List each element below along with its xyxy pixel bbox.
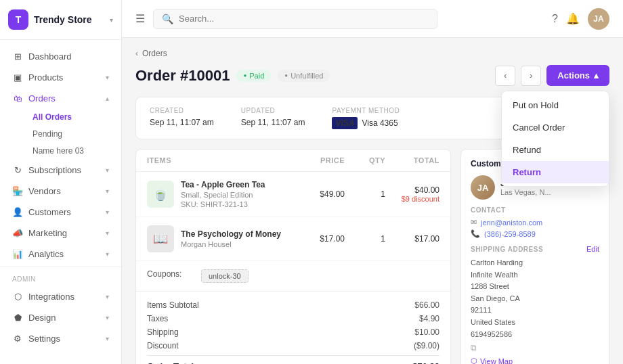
user-avatar[interactable]: JA bbox=[588, 8, 609, 30]
sidebar-item-dashboard[interactable]: ⊞ Dashboard bbox=[4, 46, 117, 66]
topbar: ☰ 🔍 ? 🔔 JA bbox=[122, 0, 623, 38]
sidebar-item-design[interactable]: ⬟ Design ▾ bbox=[4, 307, 117, 327]
shipping-edit-link[interactable]: Edit bbox=[586, 245, 599, 253]
item-discount: $9 discount bbox=[385, 195, 439, 203]
col-left: ITEMS PRICE QTY TOTAL 🍵 Tea - Apple Gree… bbox=[135, 149, 451, 364]
items-card: ITEMS PRICE QTY TOTAL 🍵 Tea - Apple Gree… bbox=[135, 149, 451, 364]
chevron-down-icon: ▾ bbox=[106, 74, 109, 81]
item-price: $49.00 bbox=[291, 189, 345, 199]
chevron-up-icon: ▴ bbox=[106, 95, 109, 102]
search-icon: 🔍 bbox=[162, 14, 173, 24]
created-label: CREATED bbox=[150, 107, 214, 114]
subtotal-value: $66.00 bbox=[414, 300, 439, 310]
actions-button[interactable]: Actions ▴ bbox=[546, 65, 609, 86]
item-total: $17.00 bbox=[385, 234, 439, 244]
item-price: $17.00 bbox=[291, 234, 345, 244]
subtotal-label: Items Subtotal bbox=[147, 300, 199, 310]
contact-email-row: ✉ jenn@aniston.com bbox=[471, 218, 599, 227]
paid-status-badge: Paid bbox=[236, 70, 271, 82]
copy-icon[interactable]: ⧉ bbox=[471, 343, 477, 352]
dropdown-item-put-on-hold[interactable]: Put on Hold bbox=[502, 94, 609, 116]
breadcrumb-orders-link[interactable]: Orders bbox=[142, 49, 167, 58]
store-chevron-icon: ▾ bbox=[110, 16, 113, 24]
sidebar-item-label: Settings bbox=[28, 334, 60, 344]
sidebar-item-marketing[interactable]: 📣 Marketing ▾ bbox=[4, 223, 117, 243]
topbar-right: ? 🔔 JA bbox=[552, 8, 609, 30]
sidebar-item-customers[interactable]: 👤 Customers ▾ bbox=[4, 202, 117, 222]
chevron-down-icon: ▾ bbox=[106, 250, 109, 258]
customers-icon: 👤 bbox=[12, 206, 23, 217]
col-header-price: PRICE bbox=[291, 156, 345, 164]
hamburger-icon[interactable]: ☰ bbox=[135, 12, 145, 25]
sidebar-item-vendors[interactable]: 🏪 Vendors ▾ bbox=[4, 181, 117, 201]
settings-icon: ⚙ bbox=[12, 333, 23, 344]
chevron-down-icon: ▾ bbox=[106, 314, 109, 321]
search-input[interactable] bbox=[179, 14, 429, 24]
avatar: JA bbox=[471, 175, 495, 200]
search-box[interactable]: 🔍 bbox=[153, 9, 437, 29]
item-author: Morgan Housel bbox=[181, 240, 281, 248]
view-map-link[interactable]: ⬡ View Map bbox=[471, 357, 599, 364]
shipping-address-text: Carlton Harding Infinite Wealth 1288 Str… bbox=[471, 257, 599, 340]
sidebar-item-label: Integrations bbox=[28, 292, 74, 302]
coupon-code: unlock-30 bbox=[201, 269, 249, 283]
address-zip: 92111 bbox=[471, 304, 599, 317]
sidebar-item-analytics[interactable]: 📊 Analytics ▾ bbox=[4, 244, 117, 264]
dropdown-item-return[interactable]: Return bbox=[502, 161, 609, 183]
next-order-button[interactable]: › bbox=[521, 66, 541, 86]
view-map-label: View Map bbox=[480, 357, 513, 364]
sidebar-item-integrations[interactable]: ⬡ Integrations ▾ bbox=[4, 286, 117, 306]
logo-avatar: T bbox=[8, 9, 28, 30]
sidebar-item-label: Analytics bbox=[28, 249, 64, 259]
actions-label: Actions bbox=[557, 70, 590, 81]
sidebar-item-orders[interactable]: 🛍 Orders ▴ bbox=[4, 88, 117, 108]
analytics-icon: 📊 bbox=[12, 248, 23, 259]
sidebar: T Trendy Store ▾ ⊞ Dashboard ▣ Products … bbox=[0, 0, 122, 364]
sidebar-item-products[interactable]: ▣ Products ▾ bbox=[4, 67, 117, 87]
sidebar-item-settings[interactable]: ⚙ Settings ▾ bbox=[4, 328, 117, 348]
item-details: The Psychology of Money Morgan Housel bbox=[181, 229, 281, 248]
page-title: Order #10001 bbox=[135, 67, 230, 85]
address-line1: Infinite Wealth bbox=[471, 269, 599, 281]
page-content: ‹ Orders Order #10001 Paid Unfulfilled ‹… bbox=[122, 38, 623, 364]
address-line2: 1288 Street bbox=[471, 281, 599, 293]
prev-order-button[interactable]: ‹ bbox=[495, 66, 515, 86]
total-row-discount: Discount ($9.00) bbox=[147, 339, 439, 352]
sidebar-item-subscriptions[interactable]: ↻ Subscriptions ▾ bbox=[4, 160, 117, 180]
subscriptions-icon: ↻ bbox=[12, 164, 23, 175]
total-row-shipping: Shipping $10.00 bbox=[147, 325, 439, 339]
sidebar-item-label: Dashboard bbox=[28, 51, 72, 62]
vendors-icon: 🏪 bbox=[12, 185, 23, 196]
chevron-down-icon: ▾ bbox=[106, 166, 109, 174]
page-title-area: Order #10001 Paid Unfulfilled bbox=[135, 67, 330, 85]
sidebar-logo[interactable]: T Trendy Store ▾ bbox=[0, 0, 121, 40]
updated-label: UPDATED bbox=[241, 107, 305, 114]
total-row-grand: Order Total $71.90 bbox=[147, 355, 439, 364]
dropdown-item-refund[interactable]: Refund bbox=[502, 139, 609, 161]
fulfillment-status-badge: Unfulfilled bbox=[278, 70, 330, 82]
item-image: 📖 bbox=[147, 225, 174, 252]
bell-icon[interactable]: 🔔 bbox=[566, 12, 580, 25]
sidebar-subitem-all-orders[interactable]: All Orders bbox=[24, 109, 117, 125]
customer-phone[interactable]: (386)-259-8589 bbox=[484, 230, 536, 238]
orders-submenu: All Orders Pending Name here 03 bbox=[0, 109, 121, 159]
sidebar-item-label: Products bbox=[28, 72, 63, 83]
main-content: ☰ 🔍 ? 🔔 JA ‹ Orders Order #10001 Paid Un… bbox=[122, 0, 623, 364]
table-row: 🍵 Tea - Apple Green Tea Small, Special E… bbox=[136, 172, 450, 217]
item-info: 📖 The Psychology of Money Morgan Housel bbox=[147, 225, 291, 252]
phone-icon: 📞 bbox=[471, 229, 480, 238]
shipping-label: Shipping bbox=[147, 327, 179, 337]
sidebar-subitem-name-here[interactable]: Name here 03 bbox=[24, 143, 117, 159]
customer-email[interactable]: jenn@aniston.com bbox=[481, 219, 542, 227]
card-number: Visa 4365 bbox=[362, 118, 398, 128]
design-icon: ⬟ bbox=[12, 312, 23, 323]
store-name: Trendy Store bbox=[34, 14, 92, 25]
sidebar-item-label: Marketing bbox=[28, 228, 67, 238]
help-icon[interactable]: ? bbox=[552, 13, 558, 25]
item-info: 🍵 Tea - Apple Green Tea Small, Special E… bbox=[147, 180, 291, 208]
admin-section-label: Admin bbox=[0, 270, 121, 286]
item-details: Tea - Apple Green Tea Small, Special Edi… bbox=[181, 180, 265, 208]
meta-payment: PAYEMNT METHOD VISA Visa 4365 bbox=[332, 107, 400, 129]
dropdown-item-cancel-order[interactable]: Cancel Order bbox=[502, 116, 609, 139]
sidebar-subitem-pending[interactable]: Pending bbox=[24, 126, 117, 142]
